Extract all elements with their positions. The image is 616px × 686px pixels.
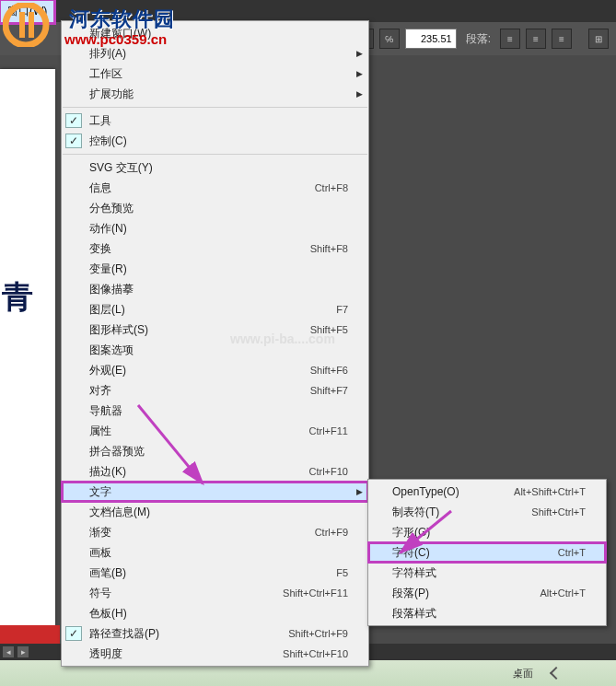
menu-item[interactable]: 变量(R) [62, 259, 368, 279]
artboard[interactable]: 青 [0, 69, 55, 631]
submenu-item-label: 字符(C) [389, 545, 558, 561]
menu-item[interactable]: 排列(A)▶ [62, 43, 368, 64]
align-left-button[interactable]: ≡ [500, 29, 520, 49]
menu-item[interactable]: 扩展功能▶ [62, 84, 368, 104]
toolbar-button[interactable]: ℅ [379, 29, 400, 49]
menu-separator [63, 107, 367, 108]
menu-item[interactable]: 动作(N) [62, 218, 368, 238]
menu-item[interactable]: 导航器 [62, 401, 368, 421]
value-input[interactable] [405, 29, 457, 49]
menu-item-shortcut: Shift+F6 [310, 365, 361, 376]
submenu-item[interactable]: 字符(C)Ctrl+T [368, 542, 606, 563]
scroll-right-button[interactable]: ▸ [17, 645, 29, 658]
panel-toggle-button[interactable]: ⊞ [588, 29, 609, 49]
align-center-button[interactable]: ≡ [526, 29, 546, 49]
menu-item-shortcut: Shift+Ctrl+F11 [283, 587, 361, 599]
menu-item[interactable]: 变换Shift+F8 [62, 238, 368, 259]
menu-item-label: SVG 交互(Y) [86, 160, 348, 176]
menu-item-label: 路径查找器(P) [86, 626, 288, 642]
menu-bar: 窗口(W) [0, 0, 616, 22]
submenu-arrow-icon: ▶ [356, 487, 363, 496]
menu-item-label: 色板(H) [86, 606, 348, 622]
submenu-item-label: 字符样式 [389, 565, 586, 581]
menu-item-label: 属性 [86, 424, 309, 439]
submenu-item-shortcut: Alt+Ctrl+T [540, 587, 599, 599]
menu-item[interactable]: 属性Ctrl+F11 [62, 421, 368, 441]
submenu-item-label: OpenType(O) [389, 485, 514, 498]
text-object[interactable]: 青 [2, 276, 33, 319]
menu-item[interactable]: ✓路径查找器(P)Shift+Ctrl+F9 [62, 623, 368, 644]
menu-item-label: 工具 [86, 113, 348, 129]
menu-item-label: 描边(K) [86, 464, 309, 480]
menu-item[interactable]: 新建窗口(W) [62, 23, 368, 43]
menu-item[interactable]: SVG 交互(Y) [62, 157, 368, 178]
menu-item[interactable]: ✓工具 [62, 110, 368, 131]
menu-item[interactable]: 画笔(B)F5 [62, 563, 368, 583]
submenu-item[interactable]: OpenType(O)Alt+Shift+Ctrl+T [368, 482, 606, 502]
desktop-label[interactable]: 桌面 [513, 667, 533, 680]
menu-item-label: 动作(N) [86, 221, 348, 237]
menu-item-label: 排列(A) [86, 46, 348, 62]
menu-item[interactable]: 外观(E)Shift+F6 [62, 360, 368, 380]
menu-item-label: 画笔(B) [86, 565, 336, 581]
paragraph-label: 段落: [462, 31, 494, 47]
menu-item[interactable]: 拼合器预览 [62, 441, 368, 461]
menu-window[interactable]: 窗口(W) [0, 0, 54, 23]
menu-item-shortcut: Shift+F5 [310, 324, 361, 335]
menu-item[interactable]: 分色预览 [62, 198, 368, 218]
menu-item[interactable]: 工作区▶ [62, 64, 368, 84]
menu-item[interactable]: 对齐Shift+F7 [62, 380, 368, 401]
menu-item[interactable]: 色板(H) [62, 603, 368, 623]
submenu-item[interactable]: 字符样式 [368, 563, 606, 583]
menu-item[interactable]: 图案选项 [62, 340, 368, 360]
menu-item[interactable]: 渐变Ctrl+F9 [62, 522, 368, 542]
menu-item[interactable]: 符号Shift+Ctrl+F11 [62, 583, 368, 603]
menu-item-label: 图像描摹 [86, 282, 348, 297]
menu-item[interactable]: 图像描摹 [62, 279, 368, 299]
menu-item-label: 图层(L) [86, 302, 336, 318]
window-menu-dropdown: 新建窗口(W)排列(A)▶工作区▶扩展功能▶✓工具✓控制(C)SVG 交互(Y)… [61, 20, 369, 667]
menu-item-label: 图形样式(S) [86, 322, 310, 338]
menu-item[interactable]: 透明度Shift+Ctrl+F10 [62, 644, 368, 664]
submenu-item-shortcut: Ctrl+T [558, 547, 599, 558]
menu-item[interactable]: 图层(L)F7 [62, 299, 368, 320]
menu-item[interactable]: 文字▶ [62, 482, 368, 502]
menu-item[interactable]: 描边(K)Ctrl+F10 [62, 461, 368, 482]
menu-item-label: 分色预览 [86, 201, 348, 216]
menu-item-shortcut: Ctrl+F10 [309, 466, 362, 477]
menu-item-shortcut: F7 [336, 304, 361, 315]
submenu-item[interactable]: 字形(G) [368, 522, 606, 542]
menu-item[interactable]: 图形样式(S)Shift+F5 [62, 320, 368, 340]
type-submenu: OpenType(O)Alt+Shift+Ctrl+T制表符(T)Shift+C… [367, 479, 607, 626]
menu-item-label: 渐变 [86, 525, 315, 541]
menu-item-label: 符号 [86, 586, 283, 601]
menu-item[interactable]: ✓控制(C) [62, 131, 368, 151]
submenu-item[interactable]: 制表符(T)Shift+Ctrl+T [368, 502, 606, 522]
submenu-item-label: 段落(P) [389, 586, 540, 601]
menu-item-label: 变换 [86, 241, 310, 257]
taskbar-chevron-icon[interactable] [550, 667, 563, 680]
align-right-button[interactable]: ≡ [552, 29, 572, 49]
submenu-item[interactable]: 段落样式 [368, 603, 606, 623]
menu-item[interactable]: 画板 [62, 542, 368, 563]
menu-item-label: 画板 [86, 545, 348, 561]
scroll-left-button[interactable]: ◂ [2, 645, 15, 658]
menu-item[interactable]: 文档信息(M) [62, 502, 368, 522]
submenu-arrow-icon: ▶ [356, 49, 363, 58]
menu-item-label: 文字 [86, 484, 348, 500]
menu-item-label: 透明度 [86, 646, 283, 662]
submenu-arrow-icon: ▶ [356, 69, 363, 78]
menu-item-shortcut: Shift+Ctrl+F10 [283, 648, 361, 659]
menu-item[interactable]: 信息Ctrl+F8 [62, 178, 368, 198]
menu-item-shortcut: Ctrl+F8 [315, 182, 361, 193]
menu-item-label: 变量(R) [86, 262, 348, 277]
menu-item-shortcut: Shift+Ctrl+F9 [288, 628, 361, 639]
menu-item-label: 信息 [86, 180, 315, 196]
menu-item-label: 导航器 [86, 403, 348, 419]
check-icon: ✓ [65, 134, 82, 148]
check-icon: ✓ [65, 113, 82, 128]
submenu-item[interactable]: 段落(P)Alt+Ctrl+T [368, 583, 606, 603]
submenu-item-label: 制表符(T) [389, 505, 531, 520]
menu-item-label: 外观(E) [86, 363, 310, 378]
menu-item-label: 图案选项 [86, 343, 348, 358]
